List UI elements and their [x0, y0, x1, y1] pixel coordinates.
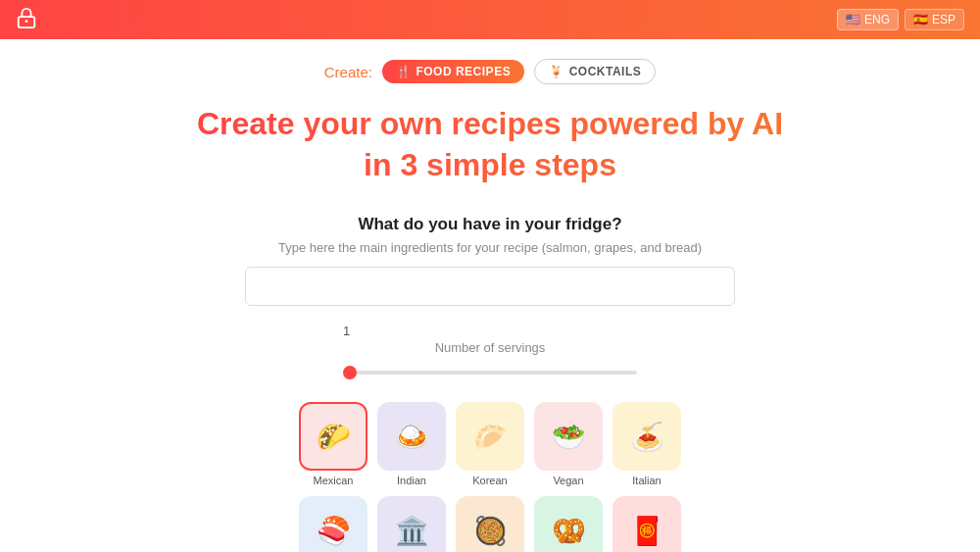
cuisine-card-spanish[interactable]: 🥘	[456, 496, 524, 552]
fridge-subtitle: Type here the main ingredients for your …	[245, 240, 735, 255]
cuisine-item-spanish: 🥘 Spanish	[456, 496, 524, 552]
japanese-emoji: 🍣	[317, 515, 351, 547]
eng-flag: 🇺🇸	[846, 13, 860, 26]
cocktails-label: COCKTAILS	[569, 65, 642, 78]
cuisine-card-indian[interactable]: 🍛	[377, 402, 446, 471]
hero-line2: in 3 simple steps	[197, 145, 783, 186]
servings-value: 1	[343, 324, 637, 338]
create-label: Create:	[324, 64, 372, 80]
cuisine-card-german[interactable]: 🥨	[534, 496, 603, 552]
cuisine-card-chinese[interactable]: 🧧	[612, 496, 681, 552]
cuisine-card-japanese[interactable]: 🍣	[299, 496, 368, 552]
cuisine-item-greek: 🏛️ Greek	[377, 496, 446, 552]
korean-label: Korean	[472, 475, 507, 486]
cocktails-tab[interactable]: 🍹 COCKTAILS	[534, 59, 656, 84]
hero-line1: Create your own recipes powered by AI	[197, 104, 783, 145]
cuisine-item-chinese: 🧧 Chinese	[612, 496, 681, 552]
cuisine-item-japanese: 🍣 Japanese	[299, 496, 368, 552]
svg-point-1	[25, 20, 28, 23]
servings-slider[interactable]	[343, 371, 637, 375]
esp-label: ESP	[932, 13, 956, 26]
indian-label: Indian	[397, 475, 426, 486]
create-tabs-row: Create: 🍴 FOOD RECIPES 🍹 COCKTAILS	[324, 59, 657, 84]
vegan-emoji: 🥗	[552, 421, 586, 453]
servings-label: Number of servings	[343, 340, 637, 355]
fridge-title: What do you have in your fridge?	[245, 215, 735, 234]
eng-label: ENG	[864, 13, 890, 26]
cuisine-row-2: 🍣 Japanese 🏛️ Greek 🥘 Spanish 🥨	[299, 496, 681, 552]
language-switcher: 🇺🇸 ENG 🇪🇸 ESP	[837, 9, 964, 30]
mexican-label: Mexican	[314, 475, 354, 486]
eng-button[interactable]: 🇺🇸 ENG	[837, 9, 899, 30]
indian-emoji: 🍛	[395, 421, 429, 453]
cuisine-section: 🌮 Mexican 🍛 Indian 🥟 Korean 🥗	[299, 402, 681, 552]
italian-label: Italian	[632, 475, 661, 486]
korean-emoji: 🥟	[473, 421, 508, 453]
esp-button[interactable]: 🇪🇸 ESP	[905, 9, 964, 30]
cuisine-card-korean[interactable]: 🥟	[456, 402, 524, 471]
spanish-emoji: 🥘	[473, 515, 508, 547]
cuisine-item-mexican: 🌮 Mexican	[299, 402, 368, 486]
ingredients-input[interactable]	[245, 267, 735, 306]
slider-container	[343, 361, 637, 378]
greek-emoji: 🏛️	[395, 515, 429, 547]
food-recipes-icon: 🍴	[396, 65, 412, 78]
header: 🇺🇸 ENG 🇪🇸 ESP	[0, 0, 980, 39]
esp-flag: 🇪🇸	[913, 13, 928, 26]
cuisine-item-korean: 🥟 Korean	[456, 402, 524, 486]
logo-icon	[16, 7, 37, 33]
cuisine-card-vegan[interactable]: 🥗	[534, 402, 603, 471]
vegan-label: Vegan	[553, 475, 583, 486]
german-emoji: 🥨	[552, 515, 586, 547]
food-recipes-tab[interactable]: 🍴 FOOD RECIPES	[382, 60, 524, 83]
cuisine-item-vegan: 🥗 Vegan	[534, 402, 603, 486]
cuisine-row-1: 🌮 Mexican 🍛 Indian 🥟 Korean 🥗	[299, 402, 681, 486]
cuisine-item-german: 🥨 German	[534, 496, 603, 552]
italian-emoji: 🍝	[630, 421, 664, 453]
chinese-emoji: 🧧	[630, 515, 664, 547]
mexican-emoji: 🌮	[317, 421, 351, 453]
cuisine-card-italian[interactable]: 🍝	[612, 402, 681, 471]
fridge-section: What do you have in your fridge? Type he…	[245, 215, 735, 306]
cuisine-item-indian: 🍛 Indian	[377, 402, 446, 486]
cocktails-icon: 🍹	[549, 65, 564, 78]
food-recipes-label: FOOD RECIPES	[416, 65, 511, 78]
cuisine-card-mexican[interactable]: 🌮	[299, 402, 368, 471]
servings-section: 1 Number of servings	[343, 324, 637, 378]
cuisine-card-greek[interactable]: 🏛️	[377, 496, 446, 552]
cuisine-item-italian: 🍝 Italian	[612, 402, 681, 486]
hero-title: Create your own recipes powered by AI in…	[197, 104, 783, 185]
main-content: Create: 🍴 FOOD RECIPES 🍹 COCKTAILS Creat…	[0, 39, 980, 552]
